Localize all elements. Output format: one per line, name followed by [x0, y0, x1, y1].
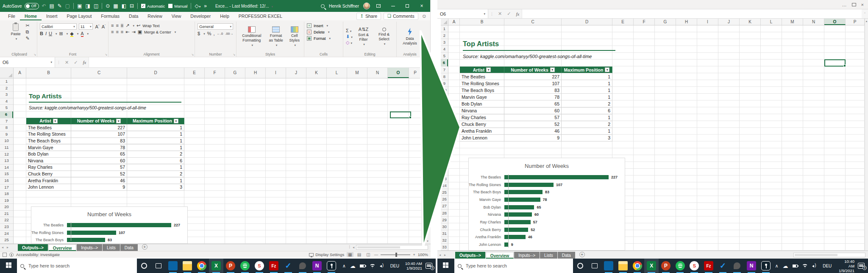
insert-function-icon[interactable]: fx [80, 60, 89, 65]
table-cell[interactable]: Marvin Gaye [26, 144, 71, 151]
decrease-indent-icon[interactable]: ⇤ [125, 30, 129, 34]
column-header-C[interactable]: C [504, 19, 562, 25]
merge-center-button[interactable]: Merge & Center [144, 30, 171, 34]
sheet-tab-outputs[interactable]: Outputs--> [18, 244, 48, 251]
onenote-button[interactable]: N [310, 259, 324, 273]
table-cell[interactable]: Bob Dylan [460, 100, 504, 107]
ribbon-tab-professor-excel[interactable]: PROFESSOR EXCEL [234, 12, 287, 20]
fill-icon[interactable]: ⬇▾ [346, 34, 353, 39]
align-left-icon[interactable]: ≡ [111, 30, 114, 34]
horizontal-scrollbar[interactable] [793, 253, 865, 257]
bird-app-button[interactable] [730, 259, 744, 273]
table-cell[interactable]: 1 [127, 144, 184, 151]
row-header-1[interactable]: 1 [441, 25, 448, 32]
row-header-8[interactable]: 8 [0, 125, 13, 131]
taskbar-clock[interactable]: 10:40 AM1/9/2021 [837, 259, 854, 273]
row-header-22[interactable]: 22 [441, 169, 448, 176]
select-all-corner[interactable] [0, 68, 14, 78]
vertical-scrollbar[interactable]: ▴ [865, 19, 868, 251]
accessibility-status[interactable]: Accessibility: Investigate [16, 252, 60, 257]
table-cell[interactable]: John Lennon [460, 135, 504, 142]
table-cell[interactable]: The Rolling Stones [460, 80, 504, 87]
language-indicator[interactable]: DEU [390, 264, 399, 268]
check-app-button[interactable]: ✓ [716, 259, 730, 273]
table-cell[interactable]: The Beatles [460, 73, 504, 80]
cloud-icon[interactable] [783, 263, 788, 269]
check-app-button[interactable]: ✓ [281, 259, 295, 273]
table-cell[interactable]: 107 [71, 131, 127, 138]
table-cell[interactable]: Marvin Gaye [460, 94, 504, 100]
column-header-B[interactable]: B [460, 19, 504, 25]
format-painter-icon[interactable]: ✎ [25, 36, 29, 41]
scroll-down-icon[interactable]: ▾ [425, 240, 431, 243]
grid-column-A[interactable] [448, 25, 460, 251]
table-header-artist[interactable]: Artist▾ [460, 67, 504, 73]
ribbon-display-options-icon[interactable]: ↗ [373, 0, 384, 12]
row-header-19[interactable]: 19 [441, 148, 448, 155]
table-cell[interactable]: Ray Charles [460, 114, 504, 121]
grid-column-G[interactable] [655, 25, 676, 251]
copy-icon[interactable]: ⧉ [25, 30, 29, 34]
row-header-29[interactable]: 29 [441, 217, 448, 223]
format-button[interactable]: Format [314, 36, 326, 41]
font-size-select[interactable]: 11▾ [79, 23, 93, 30]
new-sheet-button[interactable]: + [579, 252, 585, 257]
name-box[interactable]: O6▾ [0, 57, 55, 67]
battery-icon[interactable] [360, 265, 365, 267]
table-cell[interactable]: 1 [562, 80, 612, 87]
calc-manual-checkbox[interactable]: Manual [168, 4, 187, 8]
picture-export-icon[interactable]: ▣ [77, 3, 82, 8]
row-header-28[interactable]: 28 [441, 210, 448, 217]
row-header-24[interactable]: 24 [0, 231, 13, 237]
row-header-30[interactable]: 30 [441, 223, 448, 230]
snagit-button[interactable]: S [687, 259, 701, 273]
row-header-5[interactable]: 5 [0, 105, 13, 111]
table-cell[interactable]: 57 [504, 114, 562, 121]
grid-column-M[interactable] [347, 78, 367, 244]
volume-icon[interactable] [380, 264, 386, 268]
chrome-button[interactable] [195, 259, 209, 273]
row-header-6[interactable]: 6 [0, 111, 13, 118]
row-header-7[interactable]: 7 [0, 118, 13, 125]
insert-function-icon[interactable]: fx [513, 11, 522, 17]
align-top-icon[interactable]: ≡ [111, 23, 114, 28]
fill-color-icon[interactable]: ◆ [70, 31, 73, 36]
calc-automatic-checkbox[interactable]: ✓Automatic [141, 4, 165, 8]
table-cell[interactable]: 1 [127, 125, 184, 131]
selected-cell-O6[interactable] [824, 59, 846, 67]
ribbon-tab-help[interactable]: Help [215, 12, 234, 20]
hscroll-thumb[interactable] [795, 254, 837, 256]
dialog-launcher-icon[interactable]: ↘ [33, 53, 36, 56]
user-name[interactable]: Henrik Schiffner [329, 4, 359, 8]
column-header-D[interactable]: D [562, 19, 612, 25]
table-cell[interactable]: The Rolling Stones [26, 131, 71, 138]
table-cell[interactable]: 107 [504, 80, 562, 87]
table-cell[interactable]: 3 [562, 135, 612, 142]
close-button[interactable]: × [416, 0, 428, 12]
table-cell[interactable]: Nirvana [26, 158, 71, 164]
close-icon[interactable]: × [861, 2, 864, 7]
column-header-P[interactable]: P [409, 68, 422, 78]
onenote-button[interactable]: N [744, 259, 759, 273]
row-header-13[interactable]: 13 [441, 107, 448, 114]
table-header-number-of-weeks[interactable]: Number of Weeks▾ [71, 118, 127, 125]
column-header-N[interactable]: N [803, 19, 824, 25]
action-center-icon[interactable]: 5 [858, 263, 865, 269]
column-header-O[interactable]: O [824, 19, 846, 25]
table-cell[interactable]: 2 [127, 151, 184, 158]
row-header-11[interactable]: 11 [441, 94, 448, 100]
row-header-18[interactable]: 18 [0, 191, 13, 198]
table-cell[interactable]: 1 [127, 138, 184, 145]
grid-column-M[interactable] [782, 25, 803, 251]
table-cell[interactable]: 9 [71, 184, 127, 191]
more-commands-icon[interactable]: » [204, 3, 207, 8]
row-header-3[interactable]: 3 [441, 39, 448, 46]
row-header-4[interactable]: 4 [0, 98, 13, 105]
orientation-icon[interactable]: ↗ [125, 23, 129, 28]
row-header-8[interactable]: 8 [441, 73, 448, 80]
row-header-2[interactable]: 2 [0, 85, 13, 92]
row-header-14[interactable]: 14 [441, 114, 448, 121]
comma-icon[interactable]: , [213, 31, 214, 36]
row-header-13[interactable]: 13 [0, 158, 13, 164]
row-header-17[interactable]: 17 [441, 135, 448, 142]
